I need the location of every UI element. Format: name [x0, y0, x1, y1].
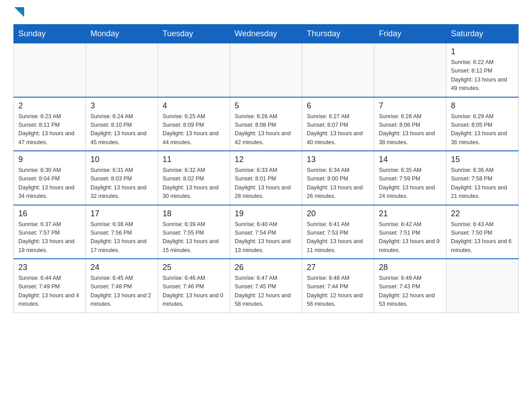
calendar-cell: 1Sunrise: 6:22 AMSunset: 8:12 PMDaylight… [446, 43, 519, 97]
day-info: Sunrise: 6:46 AMSunset: 7:46 PMDaylight:… [163, 274, 225, 309]
calendar-cell: 16Sunrise: 6:37 AMSunset: 7:57 PMDayligh… [14, 205, 86, 259]
calendar-cell: 25Sunrise: 6:46 AMSunset: 7:46 PMDayligh… [158, 259, 230, 313]
calendar-cell [230, 43, 302, 97]
day-number: 2 [18, 101, 81, 111]
calendar-cell: 9Sunrise: 6:30 AMSunset: 8:04 PMDaylight… [14, 151, 86, 205]
day-info: Sunrise: 6:25 AMSunset: 8:09 PMDaylight:… [163, 112, 225, 147]
calendar-cell: 15Sunrise: 6:36 AMSunset: 7:58 PMDayligh… [446, 151, 519, 205]
svg-marker-0 [14, 7, 24, 17]
day-number: 25 [163, 263, 225, 272]
day-number: 9 [18, 155, 81, 164]
day-number: 12 [235, 155, 297, 164]
calendar-week-2: 2Sunrise: 6:23 AMSunset: 8:11 PMDaylight… [14, 97, 519, 151]
day-number: 16 [18, 209, 81, 218]
col-monday: Monday [86, 25, 158, 43]
calendar-cell: 2Sunrise: 6:23 AMSunset: 8:11 PMDaylight… [14, 97, 86, 151]
day-info: Sunrise: 6:32 AMSunset: 8:02 PMDaylight:… [163, 166, 225, 201]
calendar-cell: 18Sunrise: 6:39 AMSunset: 7:55 PMDayligh… [158, 205, 230, 259]
day-info: Sunrise: 6:47 AMSunset: 7:45 PMDaylight:… [235, 274, 297, 309]
calendar-cell: 21Sunrise: 6:42 AMSunset: 7:51 PMDayligh… [374, 205, 446, 259]
day-number: 13 [307, 155, 369, 164]
day-number: 19 [235, 209, 297, 218]
day-info: Sunrise: 6:44 AMSunset: 7:49 PMDaylight:… [18, 274, 81, 309]
day-info: Sunrise: 6:41 AMSunset: 7:53 PMDaylight:… [307, 220, 369, 255]
day-number: 5 [235, 101, 297, 111]
day-number: 28 [379, 263, 442, 272]
calendar-cell: 14Sunrise: 6:35 AMSunset: 7:59 PMDayligh… [374, 151, 446, 205]
day-number: 18 [163, 209, 225, 218]
day-number: 8 [451, 101, 514, 111]
calendar-week-4: 16Sunrise: 6:37 AMSunset: 7:57 PMDayligh… [14, 205, 519, 259]
day-number: 6 [307, 101, 369, 111]
col-wednesday: Wednesday [230, 25, 302, 43]
day-info: Sunrise: 6:23 AMSunset: 8:11 PMDaylight:… [18, 112, 81, 147]
calendar-header: Sunday Monday Tuesday Wednesday Thursday… [14, 25, 519, 43]
logo-arrow-icon [14, 7, 24, 17]
calendar-cell: 22Sunrise: 6:43 AMSunset: 7:50 PMDayligh… [446, 205, 519, 259]
col-friday: Friday [374, 25, 446, 43]
day-number: 11 [163, 155, 225, 164]
day-number: 15 [451, 155, 514, 164]
day-info: Sunrise: 6:30 AMSunset: 8:04 PMDaylight:… [18, 166, 81, 201]
day-info: Sunrise: 6:42 AMSunset: 7:51 PMDaylight:… [379, 220, 442, 255]
calendar-cell: 24Sunrise: 6:45 AMSunset: 7:48 PMDayligh… [86, 259, 158, 313]
day-info: Sunrise: 6:36 AMSunset: 7:58 PMDaylight:… [451, 166, 514, 201]
day-info: Sunrise: 6:26 AMSunset: 8:08 PMDaylight:… [235, 112, 297, 147]
day-info: Sunrise: 6:29 AMSunset: 8:05 PMDaylight:… [451, 112, 514, 147]
day-number: 21 [379, 209, 442, 218]
day-number: 24 [90, 263, 153, 272]
calendar-cell: 10Sunrise: 6:31 AMSunset: 8:03 PMDayligh… [86, 151, 158, 205]
day-number: 27 [307, 263, 369, 272]
day-info: Sunrise: 6:27 AMSunset: 8:07 PMDaylight:… [307, 112, 369, 147]
col-thursday: Thursday [302, 25, 374, 43]
day-number: 7 [379, 101, 442, 111]
calendar-cell: 5Sunrise: 6:26 AMSunset: 8:08 PMDaylight… [230, 97, 302, 151]
day-number: 3 [90, 101, 153, 111]
calendar-cell: 7Sunrise: 6:28 AMSunset: 8:06 PMDaylight… [374, 97, 446, 151]
day-info: Sunrise: 6:37 AMSunset: 7:57 PMDaylight:… [18, 220, 81, 255]
day-number: 22 [451, 209, 514, 218]
day-info: Sunrise: 6:28 AMSunset: 8:06 PMDaylight:… [379, 112, 442, 147]
col-saturday: Saturday [446, 25, 519, 43]
calendar-cell [86, 43, 158, 97]
page-header [13, 9, 519, 17]
calendar-cell [374, 43, 446, 97]
calendar-cell: 27Sunrise: 6:48 AMSunset: 7:44 PMDayligh… [302, 259, 374, 313]
day-info: Sunrise: 6:33 AMSunset: 8:01 PMDaylight:… [235, 166, 297, 201]
day-info: Sunrise: 6:22 AMSunset: 8:12 PMDaylight:… [451, 58, 514, 93]
col-sunday: Sunday [14, 25, 86, 43]
day-number: 10 [90, 155, 153, 164]
day-info: Sunrise: 6:35 AMSunset: 7:59 PMDaylight:… [379, 166, 442, 201]
calendar-cell: 13Sunrise: 6:34 AMSunset: 8:00 PMDayligh… [302, 151, 374, 205]
calendar-table: Sunday Monday Tuesday Wednesday Thursday… [13, 24, 519, 313]
day-number: 4 [163, 101, 225, 111]
day-number: 1 [451, 47, 514, 56]
calendar-cell: 17Sunrise: 6:38 AMSunset: 7:56 PMDayligh… [86, 205, 158, 259]
calendar-week-5: 23Sunrise: 6:44 AMSunset: 7:49 PMDayligh… [14, 259, 519, 313]
day-info: Sunrise: 6:40 AMSunset: 7:54 PMDaylight:… [235, 220, 297, 255]
day-info: Sunrise: 6:43 AMSunset: 7:50 PMDaylight:… [451, 220, 514, 255]
day-number: 26 [235, 263, 297, 272]
calendar-cell: 23Sunrise: 6:44 AMSunset: 7:49 PMDayligh… [14, 259, 86, 313]
calendar-cell [158, 43, 230, 97]
day-number: 17 [90, 209, 153, 218]
calendar-cell: 20Sunrise: 6:41 AMSunset: 7:53 PMDayligh… [302, 205, 374, 259]
day-info: Sunrise: 6:38 AMSunset: 7:56 PMDaylight:… [90, 220, 153, 255]
day-number: 23 [18, 263, 81, 272]
calendar-cell: 19Sunrise: 6:40 AMSunset: 7:54 PMDayligh… [230, 205, 302, 259]
logo [13, 9, 24, 17]
calendar-cell: 8Sunrise: 6:29 AMSunset: 8:05 PMDaylight… [446, 97, 519, 151]
calendar-body: 1Sunrise: 6:22 AMSunset: 8:12 PMDaylight… [14, 43, 519, 313]
calendar-cell [14, 43, 86, 97]
calendar-week-3: 9Sunrise: 6:30 AMSunset: 8:04 PMDaylight… [14, 151, 519, 205]
calendar-cell [446, 259, 519, 313]
col-tuesday: Tuesday [158, 25, 230, 43]
calendar-cell: 12Sunrise: 6:33 AMSunset: 8:01 PMDayligh… [230, 151, 302, 205]
day-info: Sunrise: 6:49 AMSunset: 7:43 PMDaylight:… [379, 274, 442, 309]
calendar-cell: 6Sunrise: 6:27 AMSunset: 8:07 PMDaylight… [302, 97, 374, 151]
day-info: Sunrise: 6:39 AMSunset: 7:55 PMDaylight:… [163, 220, 225, 255]
day-info: Sunrise: 6:31 AMSunset: 8:03 PMDaylight:… [90, 166, 153, 201]
day-number: 14 [379, 155, 442, 164]
calendar-cell: 3Sunrise: 6:24 AMSunset: 8:10 PMDaylight… [86, 97, 158, 151]
day-info: Sunrise: 6:24 AMSunset: 8:10 PMDaylight:… [90, 112, 153, 147]
